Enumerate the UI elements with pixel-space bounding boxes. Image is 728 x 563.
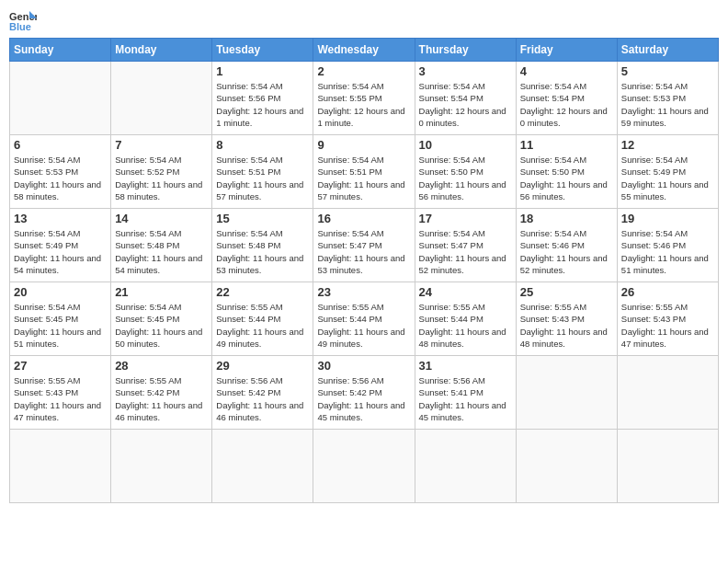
day-info: Sunrise: 5:54 AMSunset: 5:45 PMDaylight:…: [14, 301, 107, 350]
calendar-cell: [10, 62, 111, 135]
day-number: 9: [317, 138, 410, 152]
calendar-cell: 25Sunrise: 5:55 AMSunset: 5:43 PMDayligh…: [516, 282, 617, 356]
day-number: 23: [317, 285, 410, 299]
day-info: Sunrise: 5:54 AMSunset: 5:49 PMDaylight:…: [14, 227, 107, 276]
day-info: Sunrise: 5:54 AMSunset: 5:49 PMDaylight:…: [621, 154, 714, 202]
day-number: 4: [520, 64, 613, 78]
day-number: 15: [216, 212, 309, 225]
calendar-body: 1Sunrise: 5:54 AMSunset: 5:56 PMDaylight…: [10, 62, 719, 503]
day-info: Sunrise: 5:54 AMSunset: 5:51 PMDaylight:…: [216, 154, 309, 202]
calendar-cell: 23Sunrise: 5:55 AMSunset: 5:44 PMDayligh…: [313, 282, 415, 356]
day-info: Sunrise: 5:56 AMSunset: 5:41 PMDaylight:…: [419, 374, 512, 423]
day-number: 19: [621, 212, 714, 225]
calendar-row: [10, 430, 719, 503]
calendar-cell: 11Sunrise: 5:54 AMSunset: 5:50 PMDayligh…: [516, 135, 617, 209]
weekday-monday: Monday: [111, 39, 212, 62]
calendar-cell: [516, 430, 617, 503]
calendar-cell: 14Sunrise: 5:54 AMSunset: 5:48 PMDayligh…: [111, 209, 212, 282]
day-info: Sunrise: 5:54 AMSunset: 5:52 PMDaylight:…: [115, 154, 208, 202]
day-info: Sunrise: 5:54 AMSunset: 5:54 PMDaylight:…: [520, 80, 613, 129]
calendar-cell: 26Sunrise: 5:55 AMSunset: 5:43 PMDayligh…: [617, 282, 718, 356]
day-number: 16: [317, 212, 410, 225]
calendar-row: 27Sunrise: 5:55 AMSunset: 5:43 PMDayligh…: [10, 356, 719, 430]
day-info: Sunrise: 5:55 AMSunset: 5:42 PMDaylight:…: [115, 374, 208, 423]
logo: General Blue: [9, 9, 37, 32]
calendar-row: 6Sunrise: 5:54 AMSunset: 5:53 PMDaylight…: [10, 135, 719, 209]
day-info: Sunrise: 5:54 AMSunset: 5:48 PMDaylight:…: [216, 227, 309, 276]
day-number: 20: [14, 285, 107, 299]
calendar-cell: 1Sunrise: 5:54 AMSunset: 5:56 PMDaylight…: [212, 62, 313, 135]
calendar-cell: 13Sunrise: 5:54 AMSunset: 5:49 PMDayligh…: [10, 209, 111, 282]
day-info: Sunrise: 5:55 AMSunset: 5:44 PMDaylight:…: [216, 301, 309, 350]
calendar-cell: [313, 430, 415, 503]
logo-icon: General Blue: [9, 9, 37, 32]
day-info: Sunrise: 5:54 AMSunset: 5:51 PMDaylight:…: [317, 154, 410, 202]
svg-text:Blue: Blue: [9, 21, 31, 32]
day-info: Sunrise: 5:54 AMSunset: 5:56 PMDaylight:…: [216, 80, 309, 129]
calendar: SundayMondayTuesdayWednesdayThursdayFrid…: [9, 38, 719, 503]
day-info: Sunrise: 5:54 AMSunset: 5:47 PMDaylight:…: [317, 227, 410, 276]
calendar-cell: [617, 356, 718, 430]
day-number: 21: [115, 285, 208, 299]
day-number: 6: [14, 138, 107, 152]
calendar-row: 20Sunrise: 5:54 AMSunset: 5:45 PMDayligh…: [10, 282, 719, 356]
calendar-cell: 10Sunrise: 5:54 AMSunset: 5:50 PMDayligh…: [415, 135, 516, 209]
day-info: Sunrise: 5:55 AMSunset: 5:44 PMDaylight:…: [317, 301, 410, 350]
day-info: Sunrise: 5:54 AMSunset: 5:55 PMDaylight:…: [317, 80, 410, 129]
calendar-cell: 12Sunrise: 5:54 AMSunset: 5:49 PMDayligh…: [617, 135, 718, 209]
day-number: 8: [216, 138, 309, 152]
calendar-cell: 2Sunrise: 5:54 AMSunset: 5:55 PMDaylight…: [313, 62, 415, 135]
calendar-cell: 7Sunrise: 5:54 AMSunset: 5:52 PMDaylight…: [111, 135, 212, 209]
day-info: Sunrise: 5:55 AMSunset: 5:43 PMDaylight:…: [520, 301, 613, 350]
day-number: 2: [317, 64, 410, 78]
day-number: 18: [520, 212, 613, 225]
day-number: 1: [216, 64, 309, 78]
weekday-sunday: Sunday: [10, 39, 111, 62]
calendar-cell: 17Sunrise: 5:54 AMSunset: 5:47 PMDayligh…: [415, 209, 516, 282]
calendar-cell: 8Sunrise: 5:54 AMSunset: 5:51 PMDaylight…: [212, 135, 313, 209]
day-number: 5: [621, 64, 714, 78]
calendar-cell: 16Sunrise: 5:54 AMSunset: 5:47 PMDayligh…: [313, 209, 415, 282]
calendar-cell: [617, 430, 718, 503]
weekday-wednesday: Wednesday: [313, 39, 415, 62]
header: General Blue: [9, 9, 719, 32]
day-number: 28: [115, 359, 208, 373]
day-info: Sunrise: 5:54 AMSunset: 5:54 PMDaylight:…: [419, 80, 512, 129]
calendar-cell: 18Sunrise: 5:54 AMSunset: 5:46 PMDayligh…: [516, 209, 617, 282]
calendar-cell: [10, 430, 111, 503]
calendar-cell: 6Sunrise: 5:54 AMSunset: 5:53 PMDaylight…: [10, 135, 111, 209]
day-number: 7: [115, 138, 208, 152]
weekday-friday: Friday: [516, 39, 617, 62]
calendar-cell: [111, 430, 212, 503]
calendar-cell: [212, 430, 313, 503]
day-number: 13: [14, 212, 107, 225]
weekday-tuesday: Tuesday: [212, 39, 313, 62]
calendar-cell: 9Sunrise: 5:54 AMSunset: 5:51 PMDaylight…: [313, 135, 415, 209]
day-info: Sunrise: 5:54 AMSunset: 5:45 PMDaylight:…: [115, 301, 208, 350]
calendar-cell: 31Sunrise: 5:56 AMSunset: 5:41 PMDayligh…: [415, 356, 516, 430]
day-info: Sunrise: 5:55 AMSunset: 5:43 PMDaylight:…: [14, 374, 107, 423]
calendar-cell: 22Sunrise: 5:55 AMSunset: 5:44 PMDayligh…: [212, 282, 313, 356]
calendar-cell: [111, 62, 212, 135]
calendar-cell: 27Sunrise: 5:55 AMSunset: 5:43 PMDayligh…: [10, 356, 111, 430]
day-info: Sunrise: 5:54 AMSunset: 5:46 PMDaylight:…: [621, 227, 714, 276]
calendar-row: 1Sunrise: 5:54 AMSunset: 5:56 PMDaylight…: [10, 62, 719, 135]
day-number: 3: [419, 64, 512, 78]
day-number: 11: [520, 138, 613, 152]
day-number: 10: [419, 138, 512, 152]
day-info: Sunrise: 5:55 AMSunset: 5:44 PMDaylight:…: [419, 301, 512, 350]
day-info: Sunrise: 5:56 AMSunset: 5:42 PMDaylight:…: [317, 374, 410, 423]
calendar-cell: 4Sunrise: 5:54 AMSunset: 5:54 PMDaylight…: [516, 62, 617, 135]
weekday-thursday: Thursday: [415, 39, 516, 62]
day-number: 27: [14, 359, 107, 373]
day-info: Sunrise: 5:54 AMSunset: 5:53 PMDaylight:…: [14, 154, 107, 202]
calendar-cell: 19Sunrise: 5:54 AMSunset: 5:46 PMDayligh…: [617, 209, 718, 282]
calendar-cell: [516, 356, 617, 430]
day-number: 17: [419, 212, 512, 225]
calendar-row: 13Sunrise: 5:54 AMSunset: 5:49 PMDayligh…: [10, 209, 719, 282]
day-number: 26: [621, 285, 714, 299]
day-number: 22: [216, 285, 309, 299]
calendar-cell: 21Sunrise: 5:54 AMSunset: 5:45 PMDayligh…: [111, 282, 212, 356]
weekday-saturday: Saturday: [617, 39, 718, 62]
calendar-cell: 20Sunrise: 5:54 AMSunset: 5:45 PMDayligh…: [10, 282, 111, 356]
